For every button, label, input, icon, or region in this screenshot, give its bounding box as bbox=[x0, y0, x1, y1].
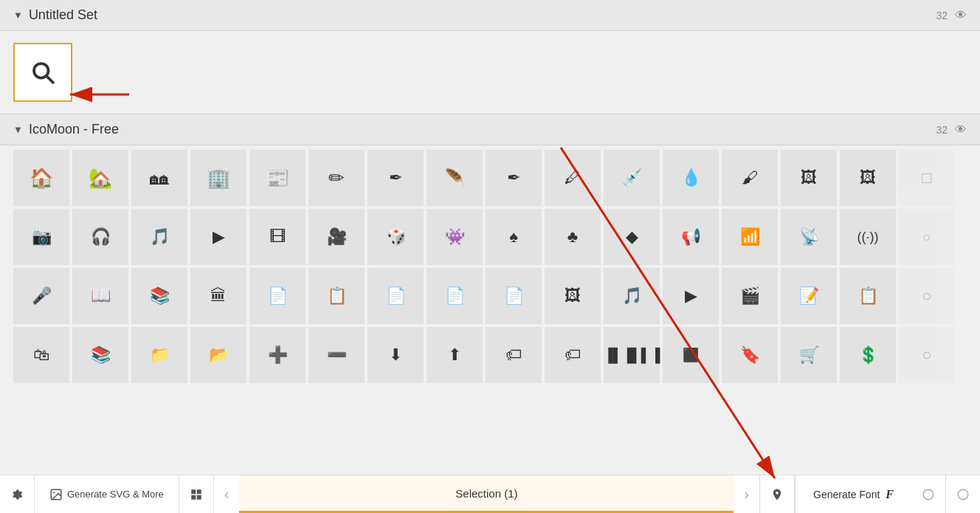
bottom-bar: Generate SVG & More ‹ Selection (1) › Ge… bbox=[0, 475, 980, 513]
untitled-set-label: Untitled Set bbox=[29, 7, 97, 23]
icon-film[interactable]: 🎞 bbox=[249, 209, 306, 265]
icon-coin-dollar[interactable]: 💲 bbox=[840, 327, 896, 383]
icon-pencil[interactable]: ✏ bbox=[308, 150, 365, 206]
selection-next-button[interactable]: › bbox=[734, 475, 760, 513]
prev-arrow-icon: ‹ bbox=[224, 486, 230, 503]
icon-mic[interactable]: 🎤 bbox=[13, 268, 69, 324]
icon-file-music[interactable]: 🎵 bbox=[604, 268, 660, 324]
icon-qrcode[interactable]: ⬛ bbox=[663, 327, 719, 383]
icon-coin-euro[interactable]: ○ bbox=[899, 327, 955, 383]
selection-prev-button[interactable]: ‹ bbox=[214, 475, 240, 513]
icon-folder-open[interactable]: 📂 bbox=[190, 327, 246, 383]
icon-barcode[interactable]: ▐▌▐▌▌▐ bbox=[604, 327, 660, 383]
icon-price-tags[interactable]: 🏷 bbox=[545, 327, 601, 383]
icon-pen[interactable]: ✒ bbox=[486, 150, 542, 206]
icon-home2[interactable]: 🏡 bbox=[72, 150, 128, 206]
icon-diamonds[interactable]: ◆ bbox=[604, 209, 660, 265]
icon-stack[interactable]: 📚 bbox=[72, 327, 128, 383]
icon-folder-plus[interactable]: ➕ bbox=[249, 327, 306, 383]
icon-image2[interactable]: 🖼 bbox=[840, 150, 896, 206]
icon-folder-download[interactable]: ⬇ bbox=[368, 327, 424, 383]
icon-play[interactable]: ▶ bbox=[190, 209, 246, 265]
icon-newspaper[interactable]: 📰 bbox=[249, 150, 306, 206]
icon-video-camera[interactable]: 🎥 bbox=[308, 209, 365, 265]
search-icon bbox=[30, 59, 56, 86]
icon-droplet[interactable]: 💧 bbox=[663, 150, 719, 206]
icon-home3[interactable]: 🏘 bbox=[131, 150, 187, 206]
icon-ticket[interactable]: 🔖 bbox=[722, 327, 778, 383]
bottom-right-btn2[interactable] bbox=[946, 475, 980, 513]
untitled-set-header: ▼ Untitled Set 32 👁 bbox=[0, 0, 980, 31]
icon-home[interactable]: 🏠 bbox=[13, 150, 69, 206]
generate-svg-label: Generate SVG & More bbox=[67, 489, 164, 500]
icon-image[interactable]: 🖼 bbox=[781, 150, 837, 206]
font-italic-icon: F bbox=[886, 488, 894, 501]
icon-folder[interactable]: 📁 bbox=[131, 327, 187, 383]
bottom-right-btn1[interactable] bbox=[911, 475, 946, 513]
icon-blog[interactable]: 🖊 bbox=[545, 150, 601, 206]
icon-profile[interactable]: 📋 bbox=[308, 268, 365, 324]
icon-spades[interactable]: ♠ bbox=[486, 209, 542, 265]
selection-nav: Selection (1) bbox=[455, 487, 517, 500]
icon-books[interactable]: 📚 bbox=[131, 268, 187, 324]
circle-icon-2 bbox=[956, 488, 970, 501]
circle-icon-1 bbox=[922, 488, 935, 501]
search-box[interactable] bbox=[13, 43, 72, 102]
icon-shopping[interactable]: 🛍 bbox=[13, 327, 69, 383]
icon-bullhorn[interactable]: 📢 bbox=[663, 209, 719, 265]
icon-file-play[interactable]: ▶ bbox=[663, 268, 719, 324]
selection-center: Selection (1) bbox=[239, 475, 734, 513]
icon-paint-format[interactable]: 🖌 bbox=[722, 150, 778, 206]
preferences-button[interactable] bbox=[0, 475, 35, 513]
icon-file-text[interactable]: 📄 bbox=[249, 268, 306, 324]
grid-view-button[interactable] bbox=[179, 475, 214, 513]
icon-file-text2[interactable]: 📄 bbox=[486, 268, 542, 324]
icon-pacman[interactable]: 👾 bbox=[427, 209, 483, 265]
icon-copy2[interactable]: ○ bbox=[899, 268, 955, 324]
search-area bbox=[0, 31, 980, 114]
icon-office[interactable]: 🏢 bbox=[190, 150, 246, 206]
icon-cart[interactable]: 🛒 bbox=[781, 327, 837, 383]
generate-font-label: Generate Font bbox=[813, 489, 880, 500]
map-pin-button[interactable] bbox=[760, 475, 795, 513]
icon-book[interactable]: 📖 bbox=[72, 268, 128, 324]
icon-folder-minus[interactable]: ➖ bbox=[308, 327, 365, 383]
untitled-set-meta: 32 👁 bbox=[936, 9, 967, 22]
icon-dice[interactable]: 🎲 bbox=[368, 209, 424, 265]
icon-price-tag[interactable]: 🏷 bbox=[486, 327, 542, 383]
icon-headphones[interactable]: 🎧 bbox=[72, 209, 128, 265]
icon-file-empty[interactable]: 📄 bbox=[368, 268, 424, 324]
next-arrow-icon: › bbox=[744, 486, 749, 503]
eye-icon[interactable]: 👁 bbox=[955, 9, 967, 22]
icon-file-picture[interactable]: 🖼 bbox=[545, 268, 601, 324]
icon-file-zip[interactable]: 📝 bbox=[781, 268, 837, 324]
icon-copy[interactable]: 📋 bbox=[840, 268, 896, 324]
icomoon-title: ▼ IcoMoon - Free bbox=[13, 122, 119, 137]
icon-eyedropper[interactable]: 💉 bbox=[604, 150, 660, 206]
icon-row-4: 🛍 📚 📁 📂 ➕ ➖ ⬇ ⬆ 🏷 🏷 ▐▌▐▌▌▐ ⬛ 🔖 🛒 💲 ○ bbox=[13, 327, 967, 383]
icon-music[interactable]: 🎵 bbox=[131, 209, 187, 265]
icon-files-empty[interactable]: 📄 bbox=[427, 268, 483, 324]
icon-signal[interactable]: ((·)) bbox=[840, 209, 896, 265]
eye-icon-2[interactable]: 👁 bbox=[955, 123, 967, 137]
icon-podcast[interactable]: 📡 bbox=[781, 209, 837, 265]
svg-point-0 bbox=[34, 63, 49, 78]
chevron-icon[interactable]: ▼ bbox=[13, 10, 23, 21]
icon-quill[interactable]: 🪶 bbox=[427, 150, 483, 206]
icon-pencil2[interactable]: ✒ bbox=[368, 150, 424, 206]
icon-wifi[interactable]: 📶 bbox=[722, 209, 778, 265]
svg-point-9 bbox=[958, 489, 968, 500]
generate-font-button[interactable]: Generate Font F bbox=[795, 475, 911, 513]
svg-rect-5 bbox=[197, 489, 201, 494]
main-content: ▼ Untitled Set 32 👁 ▼ IcoMoon - Free 32 … bbox=[0, 0, 980, 513]
icon-camera[interactable]: 📷 bbox=[13, 209, 69, 265]
icon-folder-upload[interactable]: ⬆ bbox=[427, 327, 483, 383]
svg-rect-7 bbox=[197, 495, 201, 499]
icon-clubs[interactable]: ♣ bbox=[545, 209, 601, 265]
icon-image3[interactable]: □ bbox=[899, 150, 955, 206]
generate-svg-button[interactable]: Generate SVG & More bbox=[35, 475, 179, 513]
chevron-icon-2[interactable]: ▼ bbox=[13, 124, 23, 135]
icon-file-video[interactable]: 🎬 bbox=[722, 268, 778, 324]
icon-library[interactable]: 🏛 bbox=[190, 268, 246, 324]
icon-feed[interactable]: ○ bbox=[899, 209, 955, 265]
